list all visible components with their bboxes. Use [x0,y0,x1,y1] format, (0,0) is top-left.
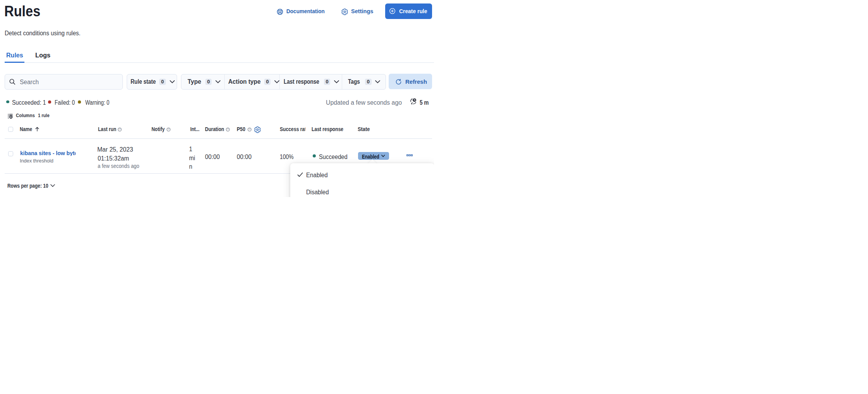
svg-text:?: ? [119,128,121,131]
svg-text:?: ? [168,128,169,131]
svg-text:?: ? [249,128,250,131]
svg-text:?: ? [227,128,229,131]
